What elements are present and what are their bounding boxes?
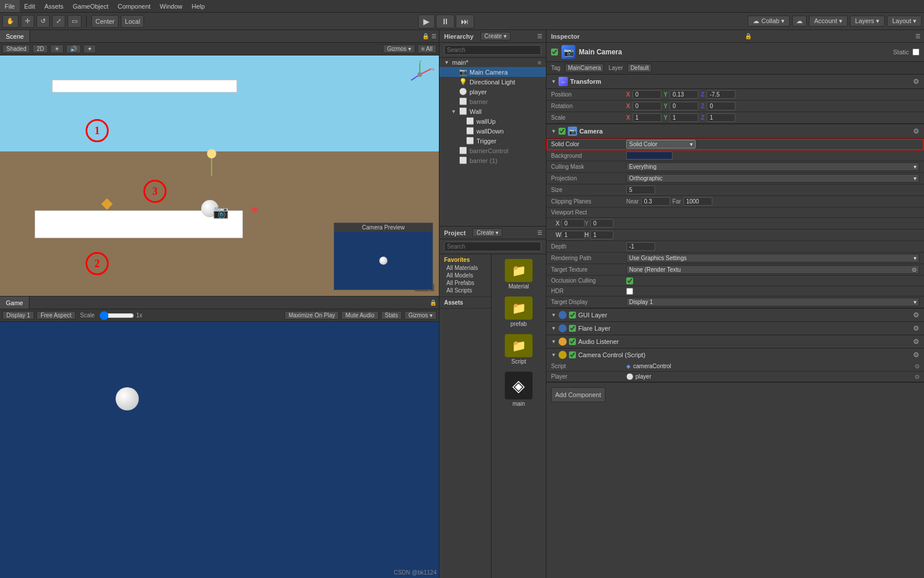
menu-component[interactable]: Component [113,0,155,12]
hierarchy-create-btn[interactable]: Create ▾ [481,32,511,40]
rot-y-input[interactable] [670,102,698,110]
audio-listener-header[interactable]: ▼ Audio Listener ⚙ [546,335,924,348]
clear-flags-dropdown[interactable]: Solid Color ▾ [626,140,696,149]
scale-x-input[interactable] [633,113,661,122]
game-lock-icon[interactable]: 🔒 [430,299,437,306]
flare-settings-icon[interactable]: ⚙ [913,324,919,332]
tree-item-wall[interactable]: ▼ ⬜ Wall [439,106,546,116]
hierarchy-search[interactable] [444,45,541,55]
target-display-dropdown[interactable]: Display 1 ▾ [626,298,919,306]
gizmos-btn[interactable]: Gizmos ▾ [383,45,415,53]
scene-tab[interactable]: Scene [0,30,30,42]
object-enabled-checkbox[interactable] [551,49,558,55]
viewport-w-input[interactable] [561,231,585,239]
tree-item-barrier1[interactable]: ⬜ barrier (1) [439,155,546,165]
asset-folder-material[interactable]: 📁 Material [494,257,544,292]
menu-edit[interactable]: Edit [20,0,40,12]
project-create-btn[interactable]: Create ▾ [472,228,502,237]
cloud-btn[interactable]: ☁ [792,16,807,27]
camera-enabled-checkbox[interactable] [559,128,566,135]
menu-assets[interactable]: Assets [40,0,68,12]
lighting-btn[interactable]: ☀ [50,45,64,53]
play-btn[interactable]: ▶ [418,14,435,28]
maximize-btn[interactable]: Maximize On Play [284,311,339,320]
background-color-swatch[interactable] [626,151,672,160]
cc-enabled-checkbox[interactable] [569,351,576,358]
hand-tool[interactable]: ✋ [2,15,19,28]
depth-input[interactable] [626,242,655,251]
2d-btn[interactable]: 2D [32,45,48,53]
game-tab[interactable]: Game [0,297,29,309]
transform-header[interactable]: ▼ ↔ Transform ⚙ [546,75,924,89]
hierarchy-menu-btn[interactable]: ☰ [534,33,546,39]
flare-layer-header[interactable]: ▼ Flare Layer ⚙ [546,322,924,335]
fav-materials[interactable]: All Materials [444,264,486,272]
target-texture-circle[interactable]: ⊙ [912,266,916,273]
rect-tool[interactable]: ▭ [68,15,82,28]
mute-btn[interactable]: Mute Audio [341,311,378,320]
rot-z-input[interactable] [707,102,735,110]
tree-item-wallup[interactable]: ⬜ wallUp [439,116,546,126]
shading-dropdown[interactable]: Shaded [2,45,30,53]
add-component-btn[interactable]: Add Component [551,387,605,402]
scale-y-input[interactable] [670,113,698,122]
asset-main-scene[interactable]: ◈ main [494,369,544,409]
scale-slider[interactable] [99,311,134,320]
menu-window[interactable]: Window [155,0,187,12]
tree-item-barrierctrl[interactable]: ⬜ barrierControl [439,146,546,155]
camera-settings-icon[interactable]: ⚙ [913,127,919,135]
flare-enabled-checkbox[interactable] [569,325,576,332]
scene-menu-icon[interactable]: ☰ [431,33,437,39]
fav-prefabs[interactable]: All Prefabs [444,279,486,287]
aspect-dropdown[interactable]: Free Aspect [36,311,75,320]
account-btn[interactable]: Account ▾ [809,16,848,27]
rotate-tool[interactable]: ↺ [36,15,50,28]
rendering-path-dropdown[interactable]: Use Graphics Settings ▾ [626,254,919,262]
center-btn[interactable]: Center [91,15,119,28]
tree-item-main[interactable]: ▼ main* ≡ [439,58,546,67]
main-scene-options[interactable]: ≡ [538,60,541,66]
size-input[interactable] [626,186,655,194]
projection-dropdown[interactable]: Orthographic ▾ [626,174,919,183]
inspector-lock-btn[interactable]: 🔒 [741,33,755,39]
far-input[interactable] [683,197,712,206]
hdr-checkbox[interactable] [626,288,633,295]
audio-btn[interactable]: 🔊 [66,45,81,53]
culling-mask-dropdown[interactable]: Everything ▾ [626,162,919,171]
scale-tool[interactable]: ⤢ [52,15,65,28]
display-dropdown[interactable]: Display 1 [2,311,34,320]
target-texture-dropdown[interactable]: None (Render Textu ⊙ [626,265,919,274]
tree-item-player[interactable]: ⚪ player [439,87,546,97]
camera-header[interactable]: ▼ 📷 Camera ⚙ [546,124,924,139]
transform-settings-icon[interactable]: ⚙ [913,77,919,86]
viewport-y-input[interactable] [590,219,613,228]
pos-z-input[interactable] [707,90,735,99]
project-menu-btn[interactable]: ☰ [534,229,546,236]
cc-settings-icon[interactable]: ⚙ [913,351,919,359]
script-circle[interactable]: ⊙ [915,363,919,369]
scene-view[interactable]: 1 2 3 📷 ⚑ Persp [0,55,439,296]
occlusion-checkbox[interactable] [626,277,633,284]
game-gizmos-btn[interactable]: Gizmos ▾ [404,311,437,320]
tag-value-btn[interactable]: MainCamera [565,64,604,72]
gui-enabled-checkbox[interactable] [569,312,576,318]
asset-folder-prefab[interactable]: 📁 prefab [494,294,544,329]
audio-enabled-checkbox[interactable] [569,338,576,345]
viewport-h-input[interactable] [590,231,613,239]
local-btn[interactable]: Local [121,15,144,28]
player-circle[interactable]: ⊙ [915,373,919,380]
layers-btn[interactable]: Layers ▾ [850,16,885,27]
near-input[interactable] [641,197,670,206]
tree-item-maincamera[interactable]: 📷 Main Camera [439,67,546,77]
stats-btn[interactable]: Stats [381,311,402,320]
viewport-x-input[interactable] [561,219,585,228]
move-tool[interactable]: ✛ [21,15,34,28]
scene-lock-icon[interactable]: 🔒 [422,33,429,39]
fav-scripts[interactable]: All Scripts [444,287,486,294]
asset-folder-script[interactable]: 📁 Script [494,332,544,367]
collab-btn[interactable]: ☁ Collab ▾ [748,16,790,27]
game-view[interactable]: CSDN @bk1124 [0,322,439,578]
tree-item-trigger[interactable]: ⬜ Trigger [439,136,546,146]
tree-item-dirlight[interactable]: 💡 Directional Light [439,77,546,87]
fav-models[interactable]: All Models [444,272,486,279]
